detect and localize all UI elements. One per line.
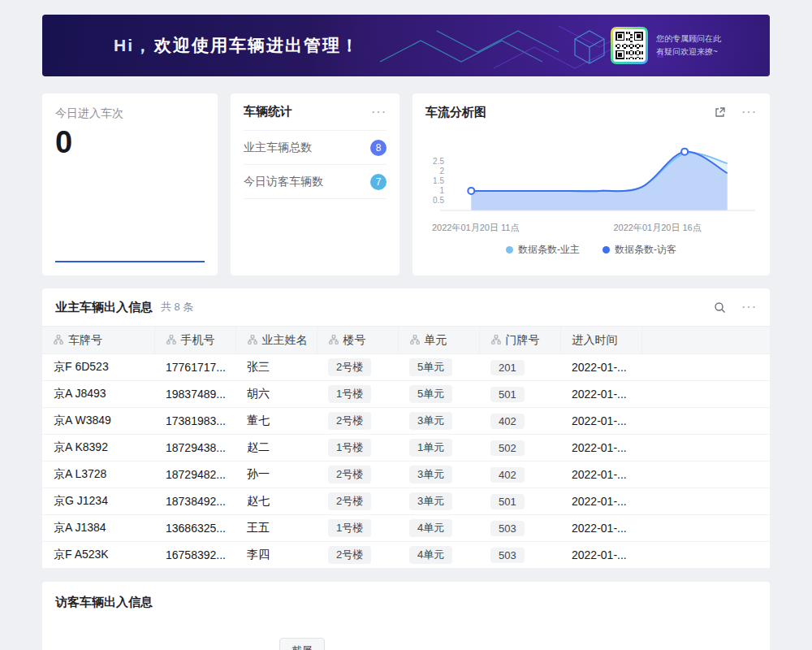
more-icon[interactable]: ···	[371, 106, 387, 119]
column-header-label: 进入时间	[572, 333, 618, 346]
table-cell: 201	[479, 354, 560, 381]
banner-title: Hi，欢迎使用车辆进出管理！	[114, 34, 360, 57]
owner-table-card: 业主车辆出入信息 共 8 条 ··· 车牌号手机号业主姓名楼号单元	[42, 288, 770, 569]
table-cell: 5单元	[398, 381, 479, 408]
column-header: 楼号	[317, 327, 398, 354]
qr-caption: 您的专属顾问在此 有疑问欢迎来撩~	[656, 32, 721, 58]
welcome-banner: Hi，欢迎使用车辆进出管理！ 您的专属顾问在此 有疑问欢迎来撩~	[42, 15, 770, 76]
table-cell: 京F 6D523	[42, 354, 154, 381]
owner-total-badge: 8	[370, 140, 387, 156]
table-cell: 1号楼	[317, 435, 398, 462]
search-icon[interactable]	[712, 300, 727, 314]
legend-label: 数据条数-访客	[615, 243, 676, 257]
x-axis-labels: 2022年01月20日 11点 2022年01月20日 16点	[425, 222, 757, 235]
table-cell: 2022-01-...	[560, 408, 641, 435]
qr-caption-line1: 您的专属顾问在此	[656, 32, 721, 46]
table-cell: 京F A523K	[42, 542, 154, 569]
tag-pill: 5单元	[409, 385, 452, 403]
traffic-chart-title: 车流分析图	[425, 105, 486, 120]
table-cell: 京A J8493	[42, 381, 154, 408]
table-cell-filler	[641, 354, 770, 381]
banner-title-hi: Hi，	[114, 36, 153, 54]
table-cell: 4单元	[398, 542, 479, 569]
tag-pill: 5单元	[409, 358, 452, 376]
table-cell: 2022-01-...	[560, 542, 641, 569]
table-cell: 张三	[235, 354, 317, 381]
table-cell: 1号楼	[317, 381, 398, 408]
column-header-label: 单元	[425, 333, 447, 346]
table-cell: 京A W3849	[42, 408, 154, 435]
column-header-label: 业主姓名	[262, 333, 308, 346]
table-row: 京A W384917381983...董七2号楼3单元4022022-01-..…	[42, 408, 770, 435]
tag-pill: 201	[490, 360, 525, 375]
chart-legend: 数据条数-业主数据条数-访客	[425, 243, 757, 257]
table-cell: 402	[479, 408, 560, 435]
vehicle-stats-card: 车辆统计 ··· 业主车辆总数 8 今日访客车辆数 7	[231, 93, 400, 275]
table-cell-filler	[641, 435, 770, 462]
x-axis-label: 2022年01月20日 16点	[613, 222, 701, 234]
column-header-filler	[641, 327, 770, 354]
table-cell-filler	[641, 488, 770, 515]
table-cell: 5单元	[398, 354, 479, 381]
tag-pill: 1号楼	[328, 385, 371, 403]
table-cell: 2022-01-...	[560, 381, 641, 408]
tag-pill: 3单元	[409, 466, 452, 483]
table-cell: 孙一	[235, 462, 317, 488]
table-cell-filler	[641, 515, 770, 542]
column-header: 手机号	[154, 327, 235, 354]
table-cell: 402	[479, 462, 560, 488]
owner-table-body: 京F 6D52317761717...张三2号楼5单元2012022-01-..…	[42, 354, 770, 569]
column-header-label: 手机号	[181, 333, 215, 346]
owner-table-icons: ···	[712, 300, 757, 314]
table-cell: 2号楼	[317, 542, 398, 569]
traffic-chart-header: 车流分析图 ···	[425, 93, 757, 131]
column-header-label: 门牌号	[506, 333, 540, 346]
table-cell: 1号楼	[317, 515, 398, 542]
legend-item[interactable]: 数据条数-业主	[506, 243, 580, 257]
qr-caption-line2: 有疑问欢迎来撩~	[656, 46, 721, 58]
table-cell: 16758392...	[154, 542, 235, 569]
table-cell: 赵七	[235, 488, 317, 515]
column-header: 门牌号	[479, 327, 560, 354]
table-cell: 3单元	[398, 408, 479, 435]
legend-item[interactable]: 数据条数-访客	[603, 243, 676, 257]
svg-text:1.5: 1.5	[433, 176, 444, 185]
table-cell: 胡六	[235, 381, 317, 408]
svg-text:2: 2	[439, 167, 444, 176]
table-cell: 4单元	[398, 515, 479, 542]
qr-code	[611, 27, 648, 64]
table-cell: 19837489...	[154, 381, 235, 408]
page: Hi，欢迎使用车辆进出管理！ 您的专属顾问在此 有疑问欢迎来撩~ 今日进入车次 …	[0, 0, 812, 650]
column-header: 业主姓名	[235, 327, 317, 354]
table-cell: 18729438...	[154, 435, 235, 462]
more-icon[interactable]: ···	[741, 301, 757, 314]
screenshot-button[interactable]: 截屏	[279, 638, 325, 650]
apartment-icon	[54, 334, 63, 347]
owner-table: 车牌号手机号业主姓名楼号单元门牌号进入时间 京F 6D52317761717..…	[42, 326, 770, 569]
table-row: 京A J849319837489...胡六1号楼5单元5012022-01-..…	[42, 381, 770, 408]
apartment-icon	[166, 334, 176, 347]
table-row: 京A K839218729438...赵二1号楼1单元5022022-01-..…	[42, 435, 770, 462]
vehicle-stats-title: 车辆统计	[244, 104, 292, 119]
table-row: 京G J123418738492...赵七2号楼3单元5012022-01-..…	[42, 488, 770, 515]
qr-group: 您的专属顾问在此 有疑问欢迎来撩~	[611, 27, 721, 64]
apartment-icon	[410, 334, 420, 347]
column-header-label: 车牌号	[68, 333, 102, 346]
more-icon[interactable]: ···	[741, 106, 757, 119]
table-cell: 13686325...	[154, 515, 235, 542]
table-cell: 京A J1384	[42, 515, 154, 542]
table-cell: 2号楼	[317, 354, 398, 381]
accent-underline	[55, 261, 205, 262]
qr-code-inner	[613, 29, 646, 62]
stat-label: 今日访客车辆数	[244, 175, 323, 189]
table-cell: 李四	[235, 542, 317, 569]
apartment-icon	[491, 334, 501, 347]
table-cell: 2022-01-...	[560, 515, 641, 542]
apartment-icon	[248, 334, 257, 347]
tag-pill: 402	[490, 414, 525, 429]
tag-pill: 4单元	[409, 519, 452, 537]
today-entries-label: 今日进入车次	[55, 106, 205, 121]
tag-pill: 402	[490, 467, 525, 483]
table-row: 京F A523K16758392...李四2号楼4单元5032022-01-..…	[42, 542, 770, 569]
export-icon[interactable]	[712, 105, 727, 119]
